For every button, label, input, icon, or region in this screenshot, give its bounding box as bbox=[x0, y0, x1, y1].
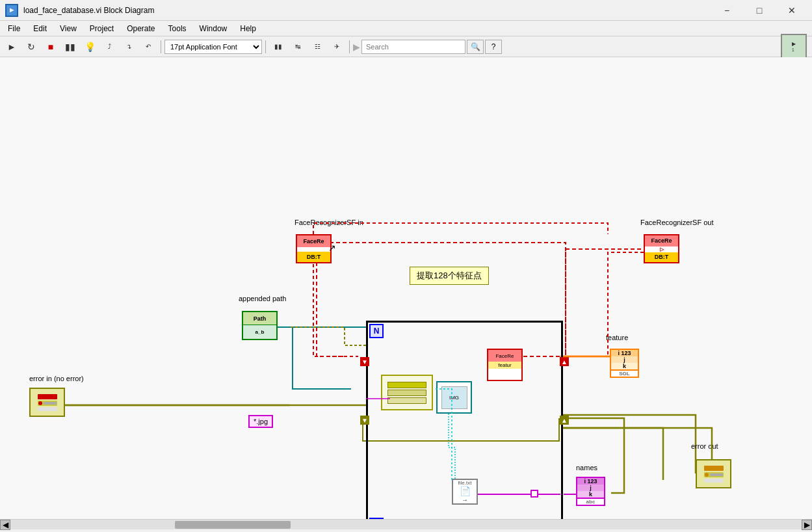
error-in-content bbox=[31, 389, 64, 416]
search-button[interactable]: 🔍 bbox=[467, 40, 484, 54]
chinese-label: 提取128个特征点 bbox=[410, 267, 489, 285]
file-icon: 📄 bbox=[460, 486, 471, 496]
file-arrow: → bbox=[462, 496, 468, 503]
menu-edit[interactable]: Edit bbox=[28, 23, 52, 34]
face-rec-in-label: FaceRecognizerSF in bbox=[295, 219, 363, 226]
abort-button[interactable]: ■ bbox=[42, 38, 60, 55]
align-button[interactable]: ▮▮ bbox=[269, 38, 287, 55]
face-rec-out-label: FaceRecognizerSF out bbox=[640, 219, 714, 226]
menu-file[interactable]: File bbox=[3, 23, 25, 34]
face-rec-out-middle: ▷ bbox=[645, 246, 678, 252]
run-continuously-button[interactable]: ↻ bbox=[22, 38, 40, 55]
scroll-thumb[interactable] bbox=[175, 521, 291, 529]
app-icon: ▶ bbox=[5, 4, 18, 17]
toolbar-separator-3 bbox=[349, 40, 350, 53]
feat-row-2: j bbox=[611, 356, 638, 363]
names-output-connector bbox=[530, 490, 538, 498]
help-button[interactable]: ? bbox=[485, 40, 502, 54]
menu-bar: File Edit View Project Operate Tools Win… bbox=[0, 21, 812, 36]
reorder-button[interactable]: ☷ bbox=[308, 38, 326, 55]
path-node[interactable]: Path a_b bbox=[242, 311, 278, 340]
error-out-node[interactable] bbox=[696, 459, 731, 488]
menu-project[interactable]: Project bbox=[85, 23, 119, 34]
menu-help[interactable]: Help bbox=[235, 23, 261, 34]
error-out-content bbox=[697, 460, 730, 487]
error-in-node[interactable] bbox=[29, 388, 65, 417]
path-node-label: Path bbox=[243, 312, 276, 325]
window-controls: − □ ✕ bbox=[712, 1, 807, 20]
face-rec-in-bottom: DB:T bbox=[297, 252, 330, 262]
inner-face-rec-node[interactable]: FaceRe featur bbox=[487, 349, 523, 381]
inner-feat-label: featur bbox=[488, 362, 521, 369]
cursor-arrow: ↗ bbox=[328, 243, 336, 253]
feat-row-3: k bbox=[611, 363, 638, 369]
names-row-2: j bbox=[577, 485, 604, 491]
cleanup-button[interactable]: ✈ bbox=[328, 38, 346, 55]
shift-reg-left: ▼ bbox=[360, 357, 369, 366]
scroll-right-button[interactable]: ▶ bbox=[802, 520, 812, 530]
feature-array-node[interactable]: i 123 j k SGL bbox=[610, 349, 639, 378]
scrollbar-bottom[interactable]: ◀ ▶ bbox=[0, 519, 812, 529]
feature-label: feature bbox=[606, 334, 628, 341]
face-rec-out-node[interactable]: FaceRe ▷ DB:T bbox=[644, 234, 679, 263]
search-input[interactable] bbox=[361, 40, 465, 54]
title-bar: ▶ load_face_database.vi Block Diagram − … bbox=[0, 0, 812, 21]
file-label: file.txt bbox=[458, 480, 472, 486]
scroll-track[interactable] bbox=[21, 521, 791, 529]
names-row-1: i 123 bbox=[577, 478, 604, 485]
face-rec-in-middle bbox=[297, 247, 330, 252]
face-rec-in-top: FaceRe bbox=[297, 235, 330, 247]
menu-tools[interactable]: Tools bbox=[163, 23, 192, 34]
font-selector[interactable]: 17pt Application Font bbox=[164, 40, 262, 54]
shift-reg-right-2: ▲ bbox=[560, 416, 569, 425]
shift-reg-right: ▲ bbox=[560, 357, 569, 366]
i-indicator: i bbox=[369, 518, 384, 519]
step-into-button[interactable]: ↴ bbox=[120, 38, 138, 55]
highlight-button[interactable]: 💡 bbox=[81, 38, 99, 55]
run-arrow-button[interactable]: ► bbox=[3, 38, 21, 55]
n-indicator[interactable]: N bbox=[369, 324, 384, 338]
face-rec-out-top: FaceRe bbox=[645, 235, 678, 246]
names-row-3: k bbox=[577, 491, 604, 498]
names-label: names bbox=[576, 464, 597, 472]
error-in-label: error in (no error) bbox=[29, 375, 84, 382]
menu-view[interactable]: View bbox=[55, 23, 82, 34]
inner-image-node[interactable]: IMG bbox=[436, 381, 472, 414]
inner-face-top: FaceRe bbox=[488, 350, 521, 362]
toolbar-separator-2 bbox=[265, 40, 266, 53]
toolbar: ► ↻ ■ ▮▮ 💡 ⤴ ↴ ↶ 17pt Application Font ▮… bbox=[0, 36, 812, 57]
menu-window[interactable]: Window bbox=[194, 23, 233, 34]
maximize-button[interactable]: □ bbox=[744, 1, 774, 20]
step-out-button[interactable]: ↶ bbox=[139, 38, 157, 55]
vi-thumbnail: ▶1 bbox=[781, 34, 807, 60]
appended-path-label: appended path bbox=[239, 295, 286, 302]
distribute-button[interactable]: ↹ bbox=[289, 38, 307, 55]
feat-type: SGL bbox=[619, 371, 629, 377]
names-type: abc bbox=[586, 499, 596, 505]
step-over-button[interactable]: ⤴ bbox=[100, 38, 118, 55]
menu-operate[interactable]: Operate bbox=[122, 23, 160, 34]
feat-row-1: i 123 bbox=[611, 350, 638, 356]
face-rec-in-node[interactable]: FaceRe DB:T bbox=[296, 234, 332, 263]
toolbar-separator-1 bbox=[161, 40, 161, 53]
minimize-button[interactable]: − bbox=[712, 1, 742, 20]
inner-file-ops[interactable] bbox=[381, 375, 433, 410]
window-title: load_face_database.vi Block Diagram bbox=[23, 6, 712, 15]
path-node-sub: a_b bbox=[243, 325, 276, 339]
canvas-area[interactable]: FaceRecognizerSF in FaceRe DB:T ↗ FaceRe… bbox=[0, 57, 812, 519]
jpg-string[interactable]: *.jpg bbox=[248, 415, 273, 428]
shift-reg-left-2: ▼ bbox=[360, 416, 369, 425]
file-txt-node[interactable]: file.txt 📄 → bbox=[452, 479, 478, 505]
error-out-label: error out bbox=[691, 442, 718, 450]
face-rec-out-bottom: DB:T bbox=[645, 252, 678, 262]
names-array-node[interactable]: i 123 j k abc bbox=[576, 477, 605, 506]
search-arrow: ▶ bbox=[353, 42, 360, 52]
close-button[interactable]: ✕ bbox=[777, 1, 807, 20]
pause-button[interactable]: ▮▮ bbox=[61, 38, 79, 55]
scroll-left-button[interactable]: ◀ bbox=[0, 520, 10, 530]
